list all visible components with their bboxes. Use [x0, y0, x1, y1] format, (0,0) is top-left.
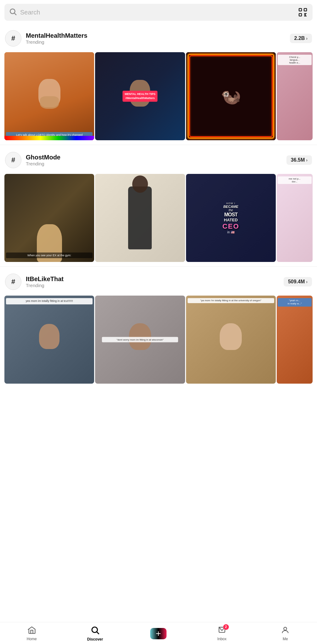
video-thumb[interactable]: Check y...langua...health e...	[277, 52, 313, 140]
create-button[interactable]	[150, 628, 167, 639]
video-grid-mental-health: Let's talk about LGBTQ identity and how …	[0, 49, 317, 143]
video-grid-itbelikethat: yes mom im totally fitting in at tcu!!!!…	[0, 292, 317, 387]
video-overlay-gym: When you see your EX at the gym:	[6, 253, 93, 258]
trend-count-ghost-mode[interactable]: 36.5M ›	[286, 155, 312, 165]
svg-point-9	[92, 627, 98, 633]
video-overlay-mental-tips: MENTAL HEALTH TIPS#MentalHealthMatters	[122, 91, 158, 102]
nav-label-home: Home	[27, 637, 37, 641]
bottom-nav: Home Discover 2 Inbox	[0, 622, 317, 644]
video-thumb[interactable]: "yeah m...in really w..."	[277, 296, 313, 384]
search-placeholder: Search	[20, 9, 40, 16]
chevron-right-icon: ›	[306, 158, 308, 163]
video-overlay-oregon: "ya mom i'm totally fitting in at the un…	[188, 298, 274, 303]
nav-item-home[interactable]: Home	[22, 626, 41, 641]
nav-item-discover[interactable]: Discover	[86, 625, 105, 641]
hashtag-symbol-mental-health: #	[5, 30, 21, 47]
video-thumb[interactable]: When you see your EX at the gym:	[4, 174, 94, 262]
video-thumb[interactable]: "dont worry mom im fitting in at wiscons…	[95, 296, 185, 384]
video-overlay-partial2: "yeah m...in really w..."	[278, 298, 312, 307]
video-thumb[interactable]	[95, 174, 185, 262]
search-bar[interactable]: Search	[4, 4, 313, 21]
video-overlay-tcu: yes mom im totally fitting in at tcu!!!!…	[6, 298, 93, 304]
trend-count-mental-health[interactable]: 2.2B ›	[290, 34, 312, 43]
main-content: Search # MentalHealthMatters Trending	[0, 4, 317, 418]
video-thumb[interactable]: MENTAL HEALTH TIPS#MentalHealthMatters	[95, 52, 185, 140]
hashtag-symbol-itbelikethat: #	[5, 274, 21, 290]
trend-status-itbelikethat: Trending	[26, 283, 64, 288]
section-divider	[0, 145, 317, 145]
home-icon	[27, 626, 36, 636]
nav-item-inbox[interactable]: 2 Inbox	[212, 626, 231, 641]
video-thumb[interactable]: "ya mom i'm totally fitting in at the un…	[186, 296, 276, 384]
nav-item-me[interactable]: Me	[276, 626, 295, 641]
video-thumb[interactable]: me not p...dur...	[277, 174, 313, 262]
inbox-icon: 2	[218, 626, 226, 636]
chevron-right-icon: ›	[306, 36, 308, 41]
video-thumb[interactable]: HOW I BECAME the MOST HATED CEO in 🇺🇸	[186, 174, 276, 262]
trend-title-mental-health: MentalHealthMatters	[26, 32, 88, 39]
video-thumb[interactable]: 🦦	[186, 52, 276, 140]
inbox-badge: 2	[223, 624, 229, 630]
trend-header-mental-health[interactable]: # MentalHealthMatters Trending 2.2B ›	[0, 28, 317, 49]
trend-it-be-like-that: # ItBeLikeThat Trending 509.4M › yes mom…	[0, 268, 317, 387]
video-overlay-wisconsin: "dont worry mom im fitting in at wiscons…	[102, 337, 178, 342]
svg-rect-4	[299, 14, 302, 16]
svg-point-13	[284, 627, 287, 630]
svg-line-10	[97, 632, 99, 634]
svg-line-1	[14, 13, 16, 15]
nav-label-me: Me	[283, 637, 288, 641]
trend-header-ghost-mode[interactable]: # GhostMode Trending 36.5M ›	[0, 149, 317, 171]
scan-icon[interactable]	[297, 7, 308, 18]
svg-point-0	[10, 9, 15, 14]
nav-label-discover: Discover	[87, 637, 103, 641]
trend-status-ghost-mode: Trending	[26, 161, 60, 166]
trend-ghost-mode: # GhostMode Trending 36.5M › When you se…	[0, 146, 317, 265]
video-overlay-check: Check y...langua...health e...	[278, 55, 312, 65]
nav-label-inbox: Inbox	[217, 637, 226, 641]
video-grid-ghost-mode: When you see your EX at the gym: H	[0, 171, 317, 265]
nav-item-create[interactable]	[149, 628, 168, 639]
section-divider	[0, 266, 317, 267]
svg-rect-2	[299, 8, 302, 11]
trend-title-ghost-mode: GhostMode	[26, 154, 60, 161]
trend-count-itbelikethat[interactable]: 509.4M ›	[284, 277, 312, 286]
video-thumb[interactable]: yes mom im totally fitting in at tcu!!!!…	[4, 296, 94, 384]
trend-mental-health-matters: # MentalHealthMatters Trending 2.2B ›	[0, 25, 317, 143]
svg-rect-3	[304, 8, 307, 11]
trend-header-itbelikethat[interactable]: # ItBeLikeThat Trending 509.4M ›	[0, 271, 317, 292]
hashtag-symbol-ghost-mode: #	[5, 152, 21, 168]
chevron-right-icon: ›	[306, 279, 308, 284]
trend-status-mental-health: Trending	[26, 39, 88, 45]
profile-icon	[281, 626, 290, 636]
video-overlay-ceo: HOW I BECAME the MOST HATED CEO in 🇺🇸	[186, 174, 276, 262]
video-thumb[interactable]: Let's talk about LGBTQ identity and how …	[4, 52, 94, 140]
meerkat-emoji: 🦦	[221, 88, 241, 104]
video-overlay-partial: me not p...dur...	[278, 176, 312, 184]
trend-title-itbelikethat: ItBeLikeThat	[26, 275, 64, 283]
discover-icon	[90, 625, 100, 636]
search-icon	[9, 8, 17, 17]
